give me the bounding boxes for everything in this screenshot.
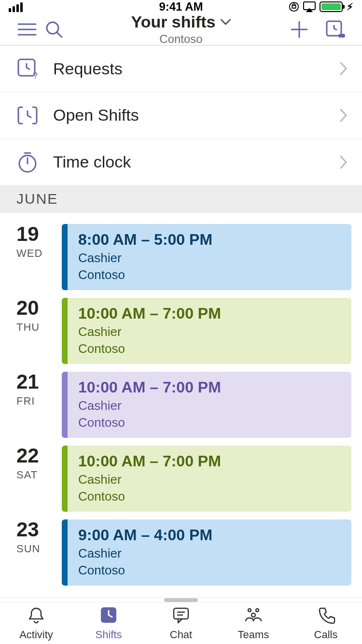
app-header: Your shifts Contoso (0, 14, 362, 45)
menu-button[interactable] (14, 16, 41, 43)
day-weekday: SAT (16, 469, 62, 481)
shift-card[interactable]: 10:00 AM – 7:00 PM Cashier Contoso (62, 446, 351, 512)
nav-label: Activity (19, 629, 53, 641)
nav-activity[interactable]: Activity (0, 602, 72, 644)
menu-label: Time clock (53, 153, 340, 171)
day-weekday: SUN (16, 543, 62, 555)
battery-icon (320, 1, 343, 12)
charging-icon: ⚡︎ (347, 1, 353, 13)
svg-rect-2 (16, 4, 19, 12)
orientation-lock-icon (289, 1, 299, 12)
day-number: 22 (16, 446, 62, 466)
nav-chat[interactable]: Chat (145, 602, 217, 644)
shifts-icon (99, 605, 118, 625)
shift-role: Cashier (78, 398, 341, 413)
shift-role: Cashier (78, 324, 341, 339)
shift-role: Cashier (78, 472, 341, 487)
shift-team: Contoso (78, 341, 341, 356)
add-button[interactable] (286, 16, 313, 43)
chat-icon (171, 605, 191, 625)
nav-shifts[interactable]: Shifts (72, 602, 145, 644)
svg-point-26 (256, 609, 259, 612)
shift-card[interactable]: 9:00 AM – 4:00 PM Cashier Contoso (62, 519, 351, 586)
shift-time: 9:00 AM – 4:00 PM (78, 526, 341, 544)
open-shifts-icon (14, 102, 41, 128)
day-date: 21 FRI (0, 372, 62, 438)
status-bar: 9:41 AM ⚡︎ (0, 0, 362, 14)
shift-team: Contoso (78, 563, 341, 578)
quick-links: ? Requests Open Shifts Time clock (0, 45, 362, 186)
requests-icon: ? (14, 56, 41, 82)
svg-rect-0 (9, 8, 11, 12)
chevron-right-icon (340, 62, 348, 75)
svg-point-27 (251, 613, 255, 617)
shift-card[interactable]: 8:00 AM – 5:00 PM Cashier Contoso (62, 224, 351, 290)
time-clock-icon (14, 149, 41, 175)
day-row: 23 SUN 9:00 AM – 4:00 PM Cashier Contoso (0, 519, 351, 586)
header-title: Your shifts (131, 13, 215, 31)
status-time: 9:41 AM (159, 0, 203, 14)
svg-rect-1 (13, 6, 15, 12)
day-number: 23 (16, 519, 62, 540)
svg-point-25 (248, 609, 251, 612)
shift-list: 19 WED 8:00 AM – 5:00 PM Cashier Contoso… (0, 212, 362, 597)
signal-icon (9, 1, 25, 12)
shift-team: Contoso (78, 489, 341, 504)
shift-time: 10:00 AM – 7:00 PM (78, 378, 341, 396)
bell-icon (27, 605, 46, 625)
month-header: JUNE (0, 186, 362, 212)
nav-label: Chat (170, 629, 192, 641)
shift-role: Cashier (78, 251, 341, 266)
nav-label: Teams (238, 629, 269, 641)
search-button[interactable] (41, 16, 68, 43)
day-number: 19 (16, 224, 62, 244)
menu-item-requests[interactable]: ? Requests (0, 45, 362, 92)
day-date: 22 SAT (0, 446, 62, 512)
svg-point-15 (341, 34, 345, 38)
day-weekday: THU (16, 321, 62, 334)
day-date: 19 WED (0, 224, 62, 290)
day-number: 21 (16, 372, 62, 392)
shift-team: Contoso (78, 267, 341, 282)
menu-item-open-shifts[interactable]: Open Shifts (0, 92, 362, 139)
day-number: 20 (16, 298, 62, 318)
nav-label: Shifts (95, 629, 122, 641)
chevron-down-icon (221, 19, 231, 26)
drag-handle[interactable] (0, 597, 362, 602)
shift-card[interactable]: 10:00 AM – 7:00 PM Cashier Contoso (62, 298, 351, 364)
nav-label: Calls (314, 629, 338, 641)
shift-time: 10:00 AM – 7:00 PM (78, 305, 341, 322)
header-subtitle: Contoso (131, 32, 231, 46)
svg-rect-22 (174, 608, 188, 619)
phone-icon (316, 605, 335, 625)
shift-time: 8:00 AM – 5:00 PM (78, 231, 341, 249)
shift-time: 10:00 AM – 7:00 PM (78, 452, 341, 470)
team-schedule-button[interactable] (321, 16, 348, 43)
svg-rect-3 (20, 2, 23, 12)
menu-label: Requests (53, 59, 340, 78)
day-date: 23 SUN (0, 519, 62, 586)
menu-label: Open Shifts (53, 106, 340, 125)
menu-item-time-clock[interactable]: Time clock (0, 139, 362, 186)
day-weekday: FRI (16, 395, 62, 407)
day-row: 19 WED 8:00 AM – 5:00 PM Cashier Contoso (0, 224, 351, 290)
header-title-group[interactable]: Your shifts Contoso (131, 13, 231, 46)
shift-role: Cashier (78, 546, 341, 561)
bottom-nav: Activity Shifts Chat Teams Calls (0, 602, 362, 644)
shift-card[interactable]: 10:00 AM – 7:00 PM Cashier Contoso (62, 372, 351, 438)
day-weekday: WED (16, 247, 62, 260)
day-row: 20 THU 10:00 AM – 7:00 PM Cashier Contos… (0, 298, 351, 364)
chevron-right-icon (340, 155, 348, 169)
teams-icon (243, 605, 264, 625)
airplay-icon (303, 1, 316, 12)
nav-teams[interactable]: Teams (217, 602, 290, 644)
nav-calls[interactable]: Calls (290, 602, 362, 644)
svg-text:?: ? (33, 71, 38, 80)
day-row: 22 SAT 10:00 AM – 7:00 PM Cashier Contos… (0, 446, 351, 512)
shift-team: Contoso (78, 415, 341, 430)
chevron-right-icon (340, 109, 348, 122)
day-row: 21 FRI 10:00 AM – 7:00 PM Cashier Contos… (0, 372, 351, 438)
day-date: 20 THU (0, 298, 62, 364)
svg-line-10 (57, 32, 62, 37)
